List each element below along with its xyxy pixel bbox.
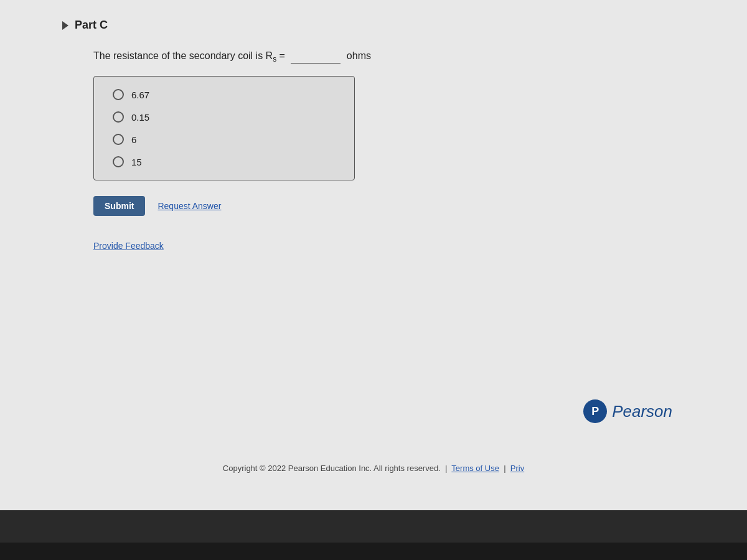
privacy-link[interactable]: Priv: [510, 464, 524, 473]
radio-circle-2[interactable]: [113, 111, 124, 123]
radio-option-2[interactable]: 0.15: [113, 111, 336, 123]
answer-blank: [291, 52, 341, 63]
pearson-logo-letter: P: [591, 405, 599, 418]
options-box: 6.67 0.15 6 15: [93, 76, 355, 180]
pearson-logo-area: P Pearson: [583, 399, 672, 423]
button-row: Submit Request Answer: [93, 196, 722, 216]
radio-label-1: 6.67: [131, 90, 149, 100]
collapse-icon[interactable]: [62, 21, 68, 30]
part-c-header: Part C: [62, 19, 722, 32]
radio-circle-1[interactable]: [113, 89, 124, 100]
pearson-brand-name: Pearson: [612, 402, 672, 421]
footer-bar: Copyright © 2022 Pearson Education Inc. …: [0, 464, 747, 473]
terms-of-use-link[interactable]: Terms of Use: [451, 464, 499, 473]
provide-feedback-link[interactable]: Provide Feedback: [93, 241, 722, 251]
submit-button[interactable]: Submit: [93, 196, 145, 216]
radio-option-4[interactable]: 15: [113, 156, 336, 167]
radio-option-1[interactable]: 6.67: [113, 89, 336, 100]
question-text: The resistance of the secondary coil is …: [93, 50, 722, 63]
question-area: The resistance of the secondary coil is …: [93, 50, 722, 216]
radio-circle-3[interactable]: [113, 134, 124, 145]
question-text-after: =: [276, 50, 285, 61]
radio-circle-4[interactable]: [113, 156, 124, 167]
dark-bar: om/myct/itemView?assignmentProblemID=169…: [0, 510, 747, 560]
question-text-end: ohms: [347, 50, 371, 61]
taskbar: [0, 543, 747, 560]
pearson-icon: P: [583, 399, 607, 423]
main-content: Part C The resistance of the secondary c…: [0, 0, 747, 510]
request-answer-link[interactable]: Request Answer: [157, 201, 221, 211]
radio-label-4: 15: [131, 157, 142, 167]
radio-label-2: 0.15: [131, 112, 149, 123]
radio-option-3[interactable]: 6: [113, 134, 336, 145]
question-text-before: The resistance of the secondary coil is …: [93, 50, 273, 61]
radio-label-3: 6: [131, 134, 136, 145]
copyright-text: Copyright © 2022 Pearson Education Inc. …: [223, 464, 441, 473]
part-c-title: Part C: [75, 19, 108, 32]
